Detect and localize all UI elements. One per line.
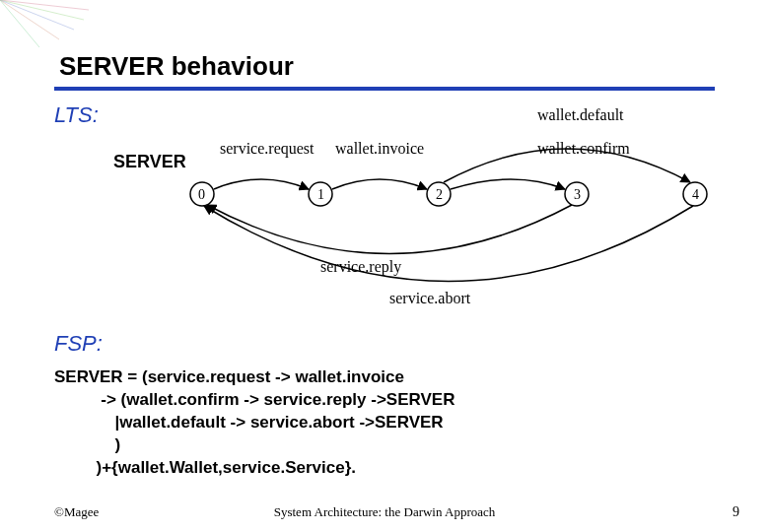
slide-number: 9: [733, 504, 739, 520]
svg-line-3: [0, 0, 59, 39]
lts-diagram: SERVER service.request wallet.invoice wa…: [54, 100, 725, 327]
state-2: 2: [436, 187, 443, 203]
svg-line-2: [0, 0, 74, 30]
fsp-heading: FSP:: [54, 331, 103, 357]
svg-line-1: [0, 0, 84, 20]
slide-title: SERVER behaviour: [59, 51, 294, 82]
state-1: 1: [317, 187, 324, 203]
fsp-code: SERVER = (service.request -> wallet.invo…: [54, 366, 454, 480]
svg-line-0: [0, 0, 89, 10]
svg-line-4: [0, 0, 39, 47]
state-0: 0: [198, 187, 205, 203]
state-3: 3: [574, 187, 581, 203]
corner-decoration: [0, 0, 89, 49]
title-underline: [54, 87, 715, 91]
footer-title: System Architecture: the Darwin Approach: [0, 504, 769, 520]
state-4: 4: [692, 187, 699, 203]
lts-svg: [54, 100, 725, 327]
